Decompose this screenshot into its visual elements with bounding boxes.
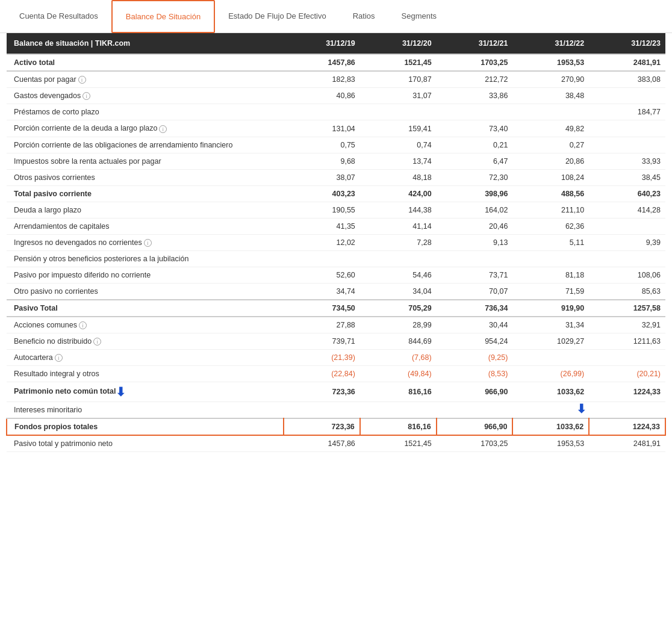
cell-arrendamientos-col0: 41,35 <box>284 218 360 234</box>
cell-resultado-integral-col1: (49,84) <box>360 366 437 382</box>
table-row: Porción corriente de la deuda a largo pl… <box>7 120 665 137</box>
row-label-fondos-propios: Fondos propios totales <box>7 418 284 435</box>
row-label-autocartera: Autocarterai <box>7 350 284 366</box>
table-row: Pasivo total y patrimonio neto1457,86152… <box>7 435 665 452</box>
cell-otro-pasivo-no-corriente-col4: 85,63 <box>589 283 665 300</box>
tab-cuenta[interactable]: Cuenta De Resultados <box>6 1 111 33</box>
table-row: Pasivo Total734,50705,29736,34919,901257… <box>7 300 665 317</box>
cell-beneficio-no-distribuido-col1: 844,69 <box>360 333 437 350</box>
info-icon[interactable]: i <box>78 76 86 84</box>
cell-pasivo-impuesto-diferido-col1: 54,46 <box>360 267 437 283</box>
cell-gastos-devengados-col3: 38,48 <box>512 88 589 104</box>
row-label-arrendamientos: Arrendamientos de capitales <box>7 218 284 234</box>
info-icon[interactable]: i <box>144 239 152 247</box>
row-label-cuentas-pagar: Cuentas por pagari <box>7 71 284 88</box>
row-label-pasivo-impuesto-diferido: Pasivo por impuesto diferido no corrient… <box>7 267 284 283</box>
tab-balance[interactable]: Balance De Situación <box>111 0 215 33</box>
cell-resultado-integral-col0: (22,84) <box>284 366 360 382</box>
cell-total-pasivo-corriente-col0: 403,23 <box>284 185 360 202</box>
cell-pasivo-total-col1: 705,29 <box>360 300 437 317</box>
row-label-intereses-minoritario: Intereses minoritario <box>7 402 284 419</box>
cell-acciones-comunes-col1: 28,99 <box>360 317 437 333</box>
col-header-3: 31/12/21 <box>437 33 513 54</box>
cell-pasivo-impuesto-diferido-col0: 52,60 <box>284 267 360 283</box>
cell-deuda-largo-col1: 144,38 <box>360 202 437 218</box>
cell-prestamos-corto-col0 <box>284 104 360 120</box>
balance-table: Balance de situación | TIKR.com 31/12/19… <box>6 33 666 452</box>
info-icon[interactable]: i <box>82 92 90 100</box>
cell-otro-pasivo-no-corriente-col1: 34,04 <box>360 283 437 300</box>
cell-porcion-corriente-deuda-col2: 73,40 <box>437 120 513 137</box>
info-icon[interactable]: i <box>159 125 167 133</box>
tab-ratios[interactable]: Ratios <box>340 1 388 33</box>
cell-arrendamientos-col3: 62,36 <box>512 218 589 234</box>
cell-beneficio-no-distribuido-col3: 1029,27 <box>512 333 589 350</box>
cell-pasivo-patrimonio-col2: 1703,25 <box>437 435 513 452</box>
table-row: Otros pasivos corrientes38,0748,1872,301… <box>7 169 665 185</box>
cell-otros-pasivos-corrientes-col0: 38,07 <box>284 169 360 185</box>
cell-porcion-corriente-deuda-col4 <box>589 120 665 137</box>
cell-total-pasivo-corriente-col4: 640,23 <box>589 185 665 202</box>
table-header-row: Balance de situación | TIKR.com 31/12/19… <box>7 33 665 54</box>
cell-patrimonio-neto-total-col4: 1224,33 <box>589 382 665 402</box>
cell-otros-pasivos-corrientes-col2: 72,30 <box>437 169 513 185</box>
cell-acciones-comunes-col2: 30,44 <box>437 317 513 333</box>
row-label-pension: Pensión y otros beneficios posteriores a… <box>7 250 284 267</box>
cell-total-pasivo-corriente-col1: 424,00 <box>360 185 437 202</box>
cell-acciones-comunes-col3: 31,34 <box>512 317 589 333</box>
cell-beneficio-no-distribuido-col2: 954,24 <box>437 333 513 350</box>
table-container: Balance de situación | TIKR.com 31/12/19… <box>0 33 672 464</box>
info-icon[interactable]: i <box>93 338 101 346</box>
tab-flujo[interactable]: Estado De Flujo De Efectivo <box>215 1 340 33</box>
table-row: Ingresos no devengados no corrientesi12,… <box>7 234 665 250</box>
cell-arrendamientos-col2: 20,46 <box>437 218 513 234</box>
table-row: Total pasivo corriente403,23424,00398,96… <box>7 185 665 202</box>
cell-autocartera-col0: (21,39) <box>284 350 360 366</box>
row-label-otro-pasivo-no-corriente: Otro pasivo no corrientes <box>7 283 284 300</box>
table-row: Pasivo por impuesto diferido no corrient… <box>7 267 665 283</box>
row-label-patrimonio-neto-total: Patrimonio neto común total ⬇ <box>7 382 284 402</box>
col-header-5: 31/12/23 <box>589 33 665 54</box>
cell-fondos-propios-col1: 816,16 <box>360 418 437 435</box>
cell-pension-col3 <box>512 250 589 267</box>
tabs-bar: Cuenta De ResultadosBalance De Situación… <box>0 0 672 33</box>
cell-patrimonio-neto-total-col1: 816,16 <box>360 382 437 402</box>
cell-porcion-corriente-deuda-col0: 131,04 <box>284 120 360 137</box>
table-row: Intereses minoritario <box>7 402 665 419</box>
cell-otro-pasivo-no-corriente-col2: 70,07 <box>437 283 513 300</box>
row-label-prestamos-corto: Préstamos de corto plazo <box>7 104 284 120</box>
cell-prestamos-corto-col3 <box>512 104 589 120</box>
cell-deuda-largo-col4: 414,28 <box>589 202 665 218</box>
table-row: Préstamos de corto plazo184,77 <box>7 104 665 120</box>
cell-intereses-minoritario-col1 <box>360 402 437 419</box>
cell-prestamos-corto-col1 <box>360 104 437 120</box>
col-header-2: 31/12/20 <box>360 33 437 54</box>
info-icon[interactable]: i <box>79 321 87 329</box>
cell-pension-col1 <box>360 250 437 267</box>
cell-pasivo-patrimonio-col3: 1953,53 <box>512 435 589 452</box>
cell-gastos-devengados-col2: 33,86 <box>437 88 513 104</box>
cell-pension-col4 <box>589 250 665 267</box>
cell-intereses-minoritario-col4 <box>589 402 665 419</box>
table-row: Cuentas por pagari182,83170,87212,72270,… <box>7 71 665 88</box>
cell-activo-total-col3: 1953,53 <box>512 54 589 71</box>
cell-ingresos-no-devengados-col3: 5,11 <box>512 234 589 250</box>
cell-autocartera-col2: (9,25) <box>437 350 513 366</box>
row-label-porcion-corriente-deuda: Porción corriente de la deuda a largo pl… <box>7 120 284 137</box>
row-label-porcion-corriente-oblig: Porción corriente de las obligaciones de… <box>7 137 284 153</box>
cell-prestamos-corto-col4: 184,77 <box>589 104 665 120</box>
table-row: Impuestos sobre la renta actuales por pa… <box>7 153 665 169</box>
cell-otros-pasivos-corrientes-col3: 108,24 <box>512 169 589 185</box>
row-label-activo-total: Activo total <box>7 54 284 71</box>
tab-segments[interactable]: Segments <box>388 1 450 33</box>
table-row: Acciones comunesi27,8828,9930,4431,3432,… <box>7 317 665 333</box>
row-label-resultado-integral: Resultado integral y otros <box>7 366 284 382</box>
cell-autocartera-col4 <box>589 350 665 366</box>
cell-fondos-propios-col0: 723,36 <box>284 418 360 435</box>
info-icon[interactable]: i <box>55 354 63 362</box>
table-row: Otro pasivo no corrientes34,7434,0470,07… <box>7 283 665 300</box>
cell-arrendamientos-col1: 41,14 <box>360 218 437 234</box>
table-row: Arrendamientos de capitales41,3541,1420,… <box>7 218 665 234</box>
cell-pension-col0 <box>284 250 360 267</box>
cell-beneficio-no-distribuido-col0: 739,71 <box>284 333 360 350</box>
